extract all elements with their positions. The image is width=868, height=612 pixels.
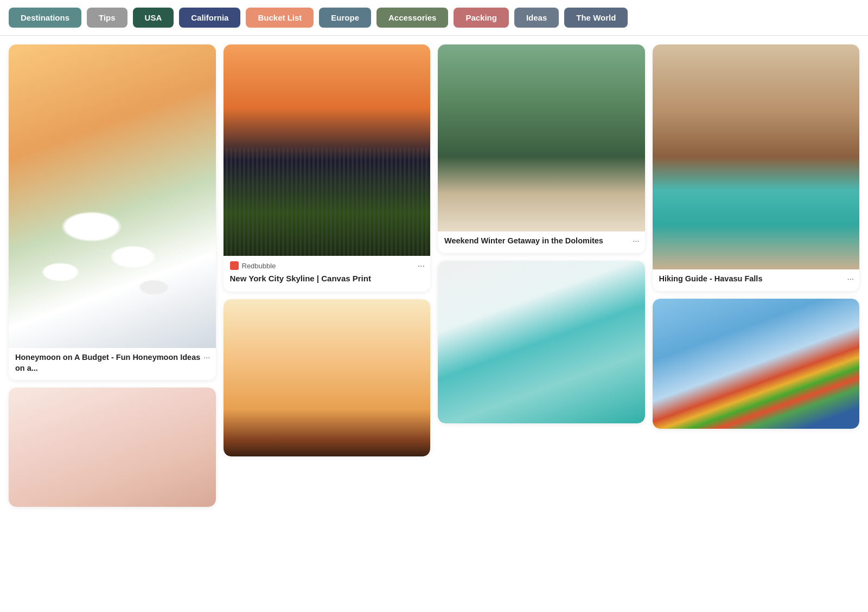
pin-havasu-image xyxy=(653,44,860,269)
pin-havasu-title: Hiking Guide - Havasu Falls xyxy=(653,269,860,291)
pin-dolomites-image xyxy=(438,44,645,231)
pin-santorini-title: Honeymoon on A Budget - Fun Honeymoon Id… xyxy=(9,348,216,380)
pin-havasu[interactable]: Hiking Guide - Havasu Falls ··· xyxy=(653,44,860,291)
pin-dolomites-more[interactable]: ··· xyxy=(633,236,640,245)
pin-eiffel-image xyxy=(224,299,431,456)
pin-cinque-image xyxy=(653,299,860,429)
pin-dolomites-title: Weekend Winter Getaway in the Dolomites xyxy=(438,231,645,253)
tag-bar: Destinations Tips USA California Bucket … xyxy=(0,0,868,36)
tag-destinations[interactable]: Destinations xyxy=(9,8,81,28)
pin-luggage[interactable] xyxy=(9,388,216,507)
pin-havasu-caption-wrap: Hiking Guide - Havasu Falls ··· xyxy=(653,269,860,291)
tag-usa[interactable]: USA xyxy=(133,8,174,28)
pin-dolomites-caption-wrap: Weekend Winter Getaway in the Dolomites … xyxy=(438,231,645,253)
pin-nyc-body: Redbubble New York City Skyline | Canvas… xyxy=(224,256,431,292)
pin-cinque[interactable] xyxy=(653,299,860,429)
pin-nyc-source: Redbubble xyxy=(230,261,424,270)
pin-pamukkale[interactable] xyxy=(438,261,645,423)
pin-nyc[interactable]: Redbubble New York City Skyline | Canvas… xyxy=(224,44,431,292)
tag-accessories[interactable]: Accessories xyxy=(376,8,448,28)
pin-grid: Honeymoon on A Budget - Fun Honeymoon Id… xyxy=(0,36,868,516)
tag-california[interactable]: California xyxy=(179,8,240,28)
pin-santorini[interactable]: Honeymoon on A Budget - Fun Honeymoon Id… xyxy=(9,44,216,380)
tag-ideas[interactable]: Ideas xyxy=(514,8,559,28)
pin-nyc-image xyxy=(224,44,431,256)
tag-europe[interactable]: Europe xyxy=(319,8,371,28)
pin-nyc-title: New York City Skyline | Canvas Print xyxy=(230,273,424,284)
pin-havasu-more[interactable]: ··· xyxy=(847,274,854,283)
pin-dolomites[interactable]: Weekend Winter Getaway in the Dolomites … xyxy=(438,44,645,253)
tag-bucketlist[interactable]: Bucket List xyxy=(246,8,314,28)
tag-theworld[interactable]: The World xyxy=(564,8,628,28)
pin-eiffel[interactable] xyxy=(224,299,431,456)
pin-luggage-image xyxy=(9,388,216,507)
pin-santorini-caption-wrap: Honeymoon on A Budget - Fun Honeymoon Id… xyxy=(9,348,216,380)
redbubble-icon xyxy=(230,261,239,270)
tag-packing[interactable]: Packing xyxy=(454,8,509,28)
tag-tips[interactable]: Tips xyxy=(87,8,127,28)
pin-pamukkale-image xyxy=(438,261,645,423)
pin-santorini-more[interactable]: ··· xyxy=(203,352,210,362)
pin-nyc-more[interactable]: ··· xyxy=(418,261,425,271)
pin-nyc-source-label: Redbubble xyxy=(242,262,276,270)
pin-santorini-image xyxy=(9,44,216,348)
